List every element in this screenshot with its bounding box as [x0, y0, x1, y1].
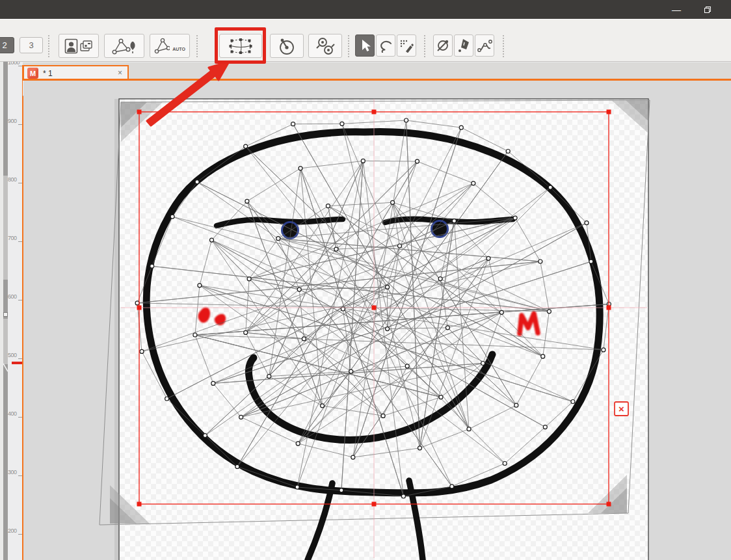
mesh-vertex[interactable] — [547, 310, 551, 313]
mesh-vertex[interactable] — [244, 330, 248, 334]
mesh-vertex[interactable] — [299, 167, 302, 170]
document-tab[interactable]: M * 1 × — [23, 65, 129, 80]
warp-pins-button[interactable] — [308, 34, 342, 58]
mesh-vertex[interactable] — [211, 381, 215, 385]
mesh-vertex[interactable] — [514, 403, 518, 407]
restore-button[interactable] — [693, 0, 722, 19]
mesh-vertex[interactable] — [210, 238, 214, 242]
mesh-vertex[interactable] — [538, 260, 542, 263]
mesh-vertex[interactable] — [267, 375, 271, 379]
mesh-edit-button[interactable] — [104, 34, 144, 58]
mesh-vertex[interactable] — [506, 150, 510, 153]
mesh-vertex[interactable] — [405, 364, 409, 368]
mesh-vertex[interactable] — [203, 434, 207, 438]
delete-badge[interactable]: × — [615, 402, 628, 416]
mesh-vertex[interactable] — [340, 122, 344, 126]
mesh-vertex[interactable] — [405, 118, 408, 122]
mesh-vertex[interactable] — [386, 285, 390, 289]
mesh-vertex[interactable] — [391, 200, 395, 204]
mesh-vertex[interactable] — [589, 260, 593, 263]
mesh-vertex[interactable] — [239, 415, 243, 419]
mesh-vertex[interactable] — [499, 310, 503, 314]
mesh-vertex[interactable] — [486, 256, 490, 260]
tab-close-button[interactable]: × — [118, 68, 122, 77]
selection-handle[interactable] — [372, 502, 377, 507]
mesh-vertex[interactable] — [459, 126, 463, 129]
mesh-vertex[interactable] — [416, 159, 419, 163]
mesh-vertex[interactable] — [445, 326, 449, 330]
mesh-vertex[interactable] — [472, 181, 475, 185]
selection-handle[interactable] — [137, 306, 142, 310]
mesh-vertex[interactable] — [361, 159, 365, 163]
mesh-vertex[interactable] — [247, 277, 251, 281]
mesh-auto-button[interactable]: AUTO — [150, 34, 190, 58]
workspace-button-2[interactable]: 2 — [0, 37, 14, 53]
mesh-vertex[interactable] — [585, 221, 589, 225]
mesh-vertex[interactable] — [602, 348, 605, 352]
model-canvas[interactable]: × — [23, 97, 731, 560]
selection-handle[interactable] — [607, 110, 611, 114]
mesh-vertex[interactable] — [321, 404, 325, 408]
mesh-vertex[interactable] — [295, 485, 299, 489]
model-image-parts-button[interactable] — [59, 34, 99, 58]
mesh-vertex[interactable] — [503, 462, 507, 466]
workspace-button-3[interactable]: 3 — [20, 37, 43, 53]
mesh-vertex[interactable] — [450, 485, 454, 488]
deformer-rotation-button[interactable] — [270, 34, 304, 58]
mesh-vertex[interactable] — [297, 287, 301, 291]
lasso-select-button[interactable] — [376, 34, 395, 57]
panel-splitter[interactable] — [3, 62, 8, 560]
mesh-vertex[interactable] — [165, 397, 169, 401]
minimize-button[interactable]: — — [662, 0, 691, 19]
selection-handle[interactable] — [372, 306, 377, 310]
mesh-vertex[interactable] — [150, 264, 154, 268]
mesh-vertex[interactable] — [467, 427, 471, 431]
mesh-vertex[interactable] — [198, 284, 202, 287]
ruler-tick — [18, 417, 22, 418]
mesh-vertex[interactable] — [140, 349, 144, 353]
mesh-vertex[interactable] — [245, 199, 249, 203]
mesh-vertex[interactable] — [244, 144, 248, 148]
mesh-vertex[interactable] — [296, 442, 300, 446]
mesh-vertex[interactable] — [381, 414, 385, 418]
mesh-vertex[interactable] — [334, 247, 338, 251]
selection-handle[interactable] — [137, 110, 142, 114]
mesh-vertex[interactable] — [349, 369, 353, 373]
mesh-vertex[interactable] — [235, 464, 239, 468]
mesh-vertex[interactable] — [193, 333, 197, 337]
selection-handle[interactable] — [372, 110, 377, 114]
mesh-vertex[interactable] — [195, 180, 199, 184]
mesh-vertex[interactable] — [513, 216, 517, 220]
selection-handle[interactable] — [607, 306, 611, 310]
mesh-vertex[interactable] — [326, 204, 330, 208]
collapsed-panel-handle[interactable] — [3, 312, 8, 317]
glue-pen-tool-button[interactable] — [454, 34, 473, 57]
mesh-vertex[interactable] — [291, 122, 295, 126]
annotation-highlight-box — [215, 27, 266, 64]
mesh-vertex[interactable] — [302, 337, 306, 341]
pin-tool-button[interactable] — [433, 34, 453, 57]
path-tool-button[interactable] — [475, 34, 494, 57]
arrow-select-button[interactable] — [355, 34, 375, 57]
mesh-vertex[interactable] — [439, 395, 443, 399]
mesh-vertex[interactable] — [135, 301, 139, 305]
mesh-vertex[interactable] — [401, 494, 405, 498]
mesh-vertex[interactable] — [481, 362, 485, 366]
selection-handle[interactable] — [607, 502, 611, 507]
mesh-vertex[interactable] — [398, 244, 402, 248]
mesh-vertex[interactable] — [351, 455, 355, 459]
mesh-vertex[interactable] — [418, 446, 422, 450]
mesh-vertex[interactable] — [543, 425, 547, 429]
mesh-vertex[interactable] — [276, 237, 280, 241]
mesh-vertex[interactable] — [438, 277, 442, 281]
mesh-vertex[interactable] — [571, 400, 575, 404]
selection-handle[interactable] — [137, 502, 142, 507]
brush-select-button[interactable] — [397, 34, 416, 57]
mesh-vertex[interactable] — [386, 327, 390, 331]
mesh-vertex[interactable] — [339, 488, 343, 492]
mesh-vertex[interactable] — [170, 215, 174, 219]
mesh-vertex[interactable] — [548, 185, 552, 189]
mesh-vertex[interactable] — [452, 219, 456, 223]
mesh-vertex[interactable] — [541, 354, 545, 358]
model-viewport[interactable]: × — [23, 81, 731, 560]
